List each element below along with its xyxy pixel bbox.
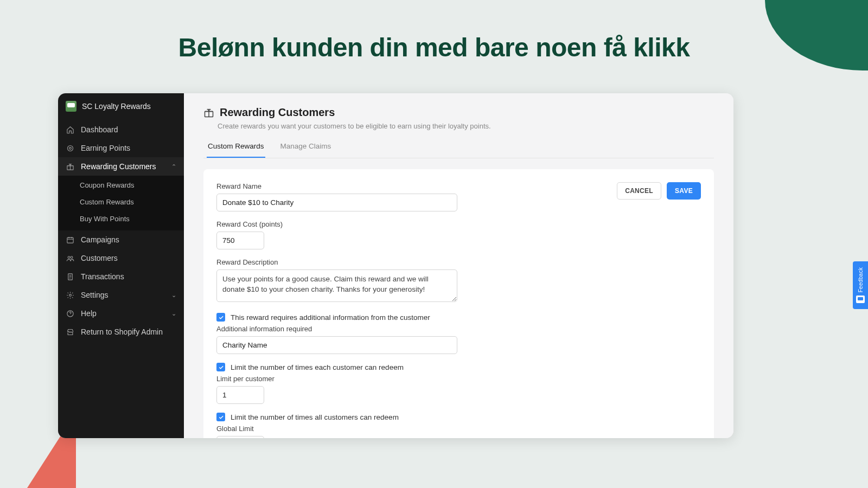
additional-info-check-label: This reward requires additional informat… [231, 313, 430, 322]
limit-per-customer-label: Limit per customer [216, 375, 701, 383]
limit-per-customer-check-label: Limit the number of times each customer … [231, 363, 404, 371]
sidebar-item-return-shopify[interactable]: Return to Shopify Admin [58, 323, 184, 341]
sidebar-item-label: Help [81, 309, 97, 318]
page-header: Rewarding Customers [203, 106, 714, 119]
target-icon [66, 144, 74, 152]
svg-point-7 [69, 294, 71, 296]
additional-info-checkbox[interactable] [216, 313, 225, 322]
save-button[interactable]: SAVE [667, 182, 701, 200]
sidebar-subitem-coupon-rewards[interactable]: Coupon Rewards [58, 177, 184, 194]
sidebar-item-dashboard[interactable]: Dashboard [58, 120, 184, 139]
tab-manage-claims[interactable]: Manage Claims [279, 138, 333, 158]
svg-point-4 [68, 256, 70, 258]
gift-icon [203, 107, 214, 118]
calendar-icon [66, 235, 74, 244]
home-icon [66, 125, 74, 134]
feedback-label: Feedback [858, 267, 864, 292]
global-limit-input[interactable] [216, 436, 264, 438]
sidebar-item-label: Dashboard [81, 125, 118, 134]
tab-custom-rewards[interactable]: Custom Rewards [207, 138, 265, 158]
svg-point-0 [67, 145, 73, 151]
sidebar-item-settings[interactable]: Settings ⌄ [58, 286, 184, 304]
chevron-down-icon: ⌄ [171, 310, 176, 317]
svg-point-1 [69, 147, 71, 149]
sidebar-item-label: Transactions [81, 272, 124, 281]
reward-cost-input[interactable] [216, 232, 264, 249]
cancel-button[interactable]: CANCEL [617, 182, 661, 200]
sidebar-item-campaigns[interactable]: Campaigns [58, 230, 184, 249]
sidebar-item-rewarding-customers[interactable]: Rewarding Customers ⌃ [58, 157, 184, 176]
page-title: Rewarding Customers [220, 106, 335, 119]
users-icon [66, 254, 74, 262]
chevron-down-icon: ⌄ [171, 292, 176, 299]
limit-per-customer-checkbox[interactable] [216, 363, 225, 371]
page-subtitle: Create rewards you want your customers t… [218, 122, 714, 130]
app-window: SC Loyalty Rewards Dashboard Earning Poi… [58, 93, 733, 438]
sidebar-item-earning-points[interactable]: Earning Points [58, 139, 184, 157]
sidebar-item-customers[interactable]: Customers [58, 249, 184, 267]
global-limit-check-label: Limit the number of times all customers … [231, 413, 399, 421]
svg-rect-3 [67, 237, 73, 243]
svg-point-5 [71, 256, 73, 258]
global-limit-label: Global Limit [216, 425, 701, 433]
feedback-tab[interactable]: Feedback [853, 261, 868, 309]
sidebar-item-help[interactable]: Help ⌄ [58, 304, 184, 323]
document-icon [66, 272, 74, 281]
gear-icon [66, 291, 74, 299]
app-name: SC Loyalty Rewards [82, 102, 151, 111]
promo-headline: Belønn kunden din med bare noen få klikk [0, 0, 868, 84]
reward-description-input[interactable]: Use your points for a good cause. Claim … [216, 269, 457, 302]
sidebar-item-label: Settings [81, 291, 108, 299]
store-icon [66, 328, 74, 336]
sidebar-subitem-custom-rewards[interactable]: Custom Rewards [58, 194, 184, 210]
help-icon [66, 309, 74, 318]
reward-cost-label: Reward Cost (points) [216, 220, 701, 228]
reward-description-label: Reward Description [216, 258, 701, 266]
main-content: Rewarding Customers Create rewards you w… [184, 93, 733, 438]
gift-icon [66, 162, 74, 171]
reward-form-card: CANCEL SAVE Reward Name Reward Cost (poi… [203, 169, 714, 438]
chevron-up-icon: ⌃ [171, 163, 176, 170]
additional-info-input[interactable] [216, 336, 457, 354]
sidebar-item-transactions[interactable]: Transactions [58, 267, 184, 286]
sidebar-item-label: Customers [81, 254, 118, 262]
sidebar-header: SC Loyalty Rewards [58, 93, 184, 120]
card-actions: CANCEL SAVE [617, 182, 701, 200]
global-limit-checkbox[interactable] [216, 413, 225, 421]
sidebar: SC Loyalty Rewards Dashboard Earning Poi… [58, 93, 184, 438]
sidebar-subitem-buy-with-points[interactable]: Buy With Points [58, 210, 184, 227]
limit-per-customer-input[interactable] [216, 386, 264, 404]
sidebar-submenu-rewarding: Coupon Rewards Custom Rewards Buy With P… [58, 176, 184, 230]
tabs: Custom Rewards Manage Claims [203, 138, 714, 158]
message-icon [856, 296, 865, 303]
additional-info-label: Additional information required [216, 325, 701, 333]
sidebar-item-label: Return to Shopify Admin [81, 328, 163, 336]
reward-name-input[interactable] [216, 194, 457, 211]
app-logo-icon [66, 101, 76, 112]
sidebar-item-label: Rewarding Customers [81, 162, 156, 171]
sidebar-item-label: Campaigns [81, 235, 119, 244]
sidebar-item-label: Earning Points [81, 144, 130, 152]
